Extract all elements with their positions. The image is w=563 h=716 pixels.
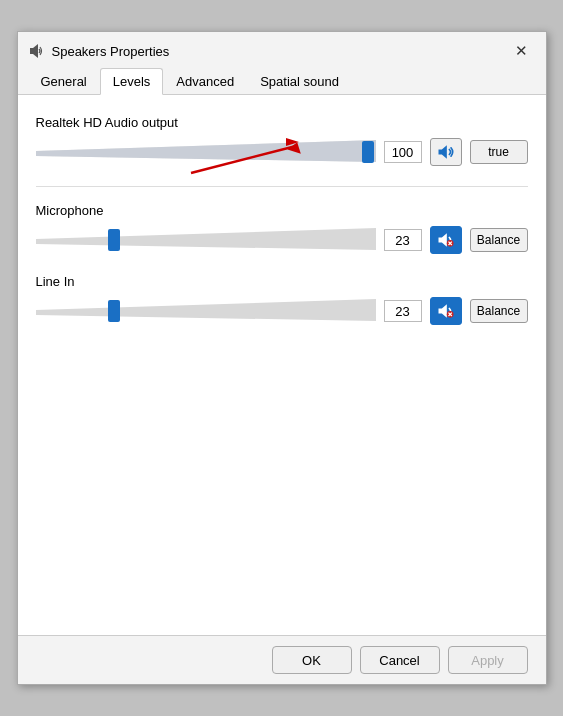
tab-spatial-sound[interactable]: Spatial sound [247,68,352,95]
realtek-label: Realtek HD Audio output [36,115,528,130]
content-area: Realtek HD Audio output 100 [18,95,546,635]
svg-marker-9 [438,233,446,246]
svg-marker-1 [33,44,38,58]
realtek-section: Realtek HD Audio output 100 [36,115,528,166]
linein-label: Line In [36,274,528,289]
realtek-value: 100 [384,141,422,163]
linein-balance-button[interactable]: Balance [470,299,528,323]
linein-slider-wrapper[interactable] [36,299,376,323]
divider-1 [36,186,528,187]
microphone-value: 23 [384,229,422,251]
cancel-button[interactable]: Cancel [360,646,440,674]
microphone-section: Microphone 23 [36,203,528,254]
dialog-title: Speakers Properties [52,44,508,59]
footer: OK Cancel Apply [18,635,546,684]
microphone-label: Microphone [36,203,528,218]
balance-label: true [488,145,509,159]
realtek-slider-row: 100 true [36,138,528,166]
dialog-icon [28,43,44,59]
linein-mute-button[interactable] [430,297,462,325]
microphone-balance-button[interactable]: Balance [470,228,528,252]
tab-bar: General Levels Advanced Spatial sound [18,68,546,95]
microphone-mute-button[interactable] [430,226,462,254]
ok-button[interactable]: OK [272,646,352,674]
title-bar: Speakers Properties ✕ [18,32,546,68]
microphone-slider-wrapper[interactable] [36,228,376,252]
tab-levels[interactable]: Levels [100,68,164,95]
apply-button[interactable]: Apply [448,646,528,674]
svg-marker-14 [438,304,446,317]
microphone-slider-row: 23 Balance [36,226,528,254]
svg-marker-4 [438,145,446,158]
speakers-properties-dialog: Speakers Properties ✕ General Levels Adv… [17,31,547,685]
linein-slider-row: 23 Balance [36,297,528,325]
realtek-balance-button[interactable]: true [470,140,528,164]
linein-value: 23 [384,300,422,322]
tab-advanced[interactable]: Advanced [163,68,247,95]
realtek-slider-wrapper[interactable] [36,140,376,164]
close-button[interactable]: ✕ [508,40,536,62]
tab-general[interactable]: General [28,68,100,95]
realtek-mute-button[interactable] [430,138,462,166]
svg-rect-0 [30,48,33,54]
linein-section: Line In 23 [36,274,528,325]
